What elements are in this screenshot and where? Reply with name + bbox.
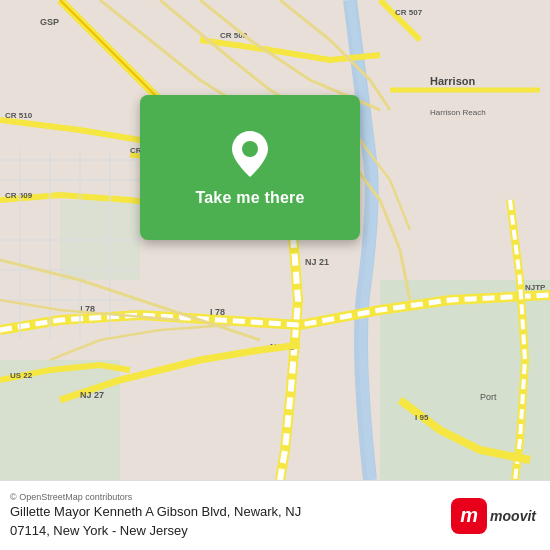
moovit-brand-text: moovit [490,508,536,524]
map-view: GSP CR 507 CR 510 CR 509 CR 508 CR NJ 21… [0,0,550,480]
svg-point-30 [242,141,258,157]
svg-text:I 78: I 78 [210,307,225,317]
svg-text:NJ 21: NJ 21 [305,257,329,267]
svg-text:NJ 27: NJ 27 [80,390,104,400]
address-line1: Gillette Mayor Kenneth A Gibson Blvd, Ne… [10,504,451,521]
svg-text:CR 507: CR 507 [395,8,423,17]
moovit-logo: m moovit [451,498,536,534]
svg-text:CR 510: CR 510 [5,111,33,120]
map-roads: GSP CR 507 CR 510 CR 509 CR 508 CR NJ 21… [0,0,550,480]
svg-text:NJTP: NJTP [525,283,546,292]
svg-text:GSP: GSP [40,17,59,27]
svg-text:Harrison: Harrison [430,75,476,87]
svg-text:CR 509: CR 509 [5,191,33,200]
address-line2: 07114, New York - New Jersey [10,523,451,540]
location-pin-icon [228,129,272,179]
moovit-icon: m [451,498,487,534]
take-me-there-button[interactable]: Take me there [195,189,304,207]
svg-text:I 95: I 95 [415,413,429,422]
svg-text:Port: Port [480,392,497,402]
action-card: Take me there [140,95,360,240]
svg-text:US 22: US 22 [10,371,33,380]
info-bar: © OpenStreetMap contributors Gillette Ma… [0,480,550,550]
svg-text:Harrison Reach: Harrison Reach [430,108,486,117]
copyright-text: © OpenStreetMap contributors [10,492,451,502]
